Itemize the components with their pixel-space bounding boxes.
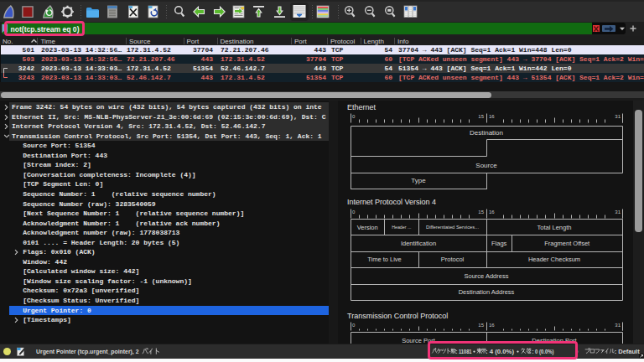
svg-text:Destination: Destination bbox=[470, 129, 503, 137]
svg-text:Ethernet: Ethernet bbox=[347, 103, 377, 111]
svg-text:31: 31 bbox=[615, 209, 621, 215]
svg-text:Urgent Pointer (tcp.urgent_poi: Urgent Pointer (tcp.urgent_pointer), 2 bbox=[36, 348, 139, 355]
svg-text:Protocol: Protocol bbox=[441, 256, 465, 263]
svg-text:0: 0 bbox=[352, 323, 356, 328]
svg-text:Source Address: Source Address bbox=[465, 272, 509, 280]
svg-text:Total Length: Total Length bbox=[538, 224, 572, 231]
svg-text:Identification: Identification bbox=[401, 240, 436, 247]
svg-text:Source: Source bbox=[475, 162, 497, 169]
svg-text:Header Checksum: Header Checksum bbox=[528, 256, 580, 263]
svg-text:Type: Type bbox=[411, 177, 426, 184]
svg-text:Header ...: Header ... bbox=[392, 225, 411, 230]
svg-text:16: 16 bbox=[489, 209, 495, 215]
svg-text:Fragment Offset: Fragment Offset bbox=[544, 240, 590, 247]
svg-text:Destination Address: Destination Address bbox=[459, 288, 515, 296]
svg-text:15: 15 bbox=[478, 114, 484, 119]
svg-text:: Default: : Default bbox=[615, 348, 640, 355]
svg-text:Internet Protocol Version 4: Internet Protocol Version 4 bbox=[347, 198, 436, 206]
svg-text:0: 0 bbox=[352, 209, 356, 215]
svg-text:15: 15 bbox=[478, 209, 484, 215]
svg-text:31: 31 bbox=[615, 114, 621, 119]
svg-text:Version: Version bbox=[357, 224, 378, 231]
svg-text:31: 31 bbox=[615, 323, 621, 328]
svg-text:Transmission Control Protocol: Transmission Control Protocol bbox=[347, 312, 448, 320]
svg-text:Differentiated Services...: Differentiated Services... bbox=[426, 225, 479, 230]
svg-text:16: 16 bbox=[489, 114, 495, 119]
svg-text:0: 0 bbox=[352, 114, 356, 119]
svg-text:16: 16 bbox=[489, 323, 495, 328]
svg-text:Time to Live: Time to Live bbox=[367, 256, 402, 263]
svg-text:15: 15 bbox=[478, 323, 484, 328]
svg-text:Flags: Flags bbox=[491, 240, 507, 247]
